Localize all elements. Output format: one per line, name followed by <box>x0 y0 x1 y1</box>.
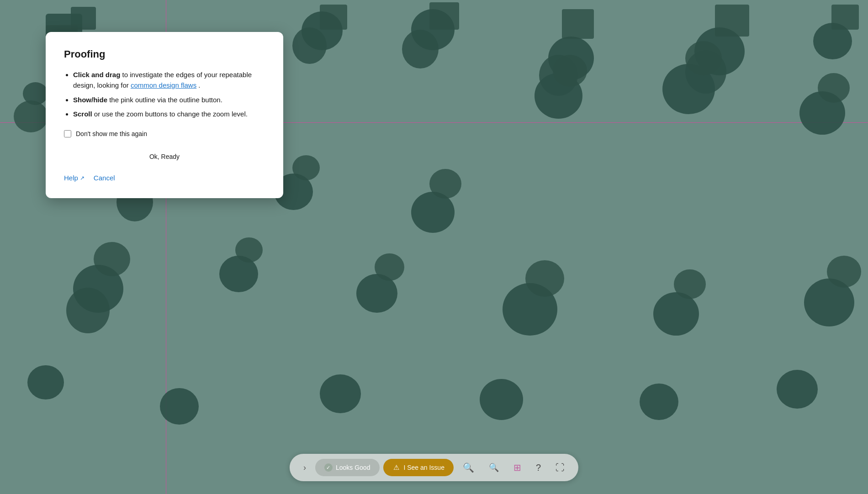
zoom-out-button[interactable]: 🔍 <box>483 459 504 476</box>
fullscreen-icon: ⛶ <box>556 462 565 473</box>
dont-show-checkbox[interactable] <box>64 130 71 137</box>
looks-good-button[interactable]: ✓ Looks Good <box>315 459 380 476</box>
instruction-bold-2: Show/hide <box>73 96 107 104</box>
grid-button[interactable]: ⊞ <box>508 458 527 477</box>
instruction-bold-3: Scroll <box>73 110 92 118</box>
bottom-toolbar: › ✓ Looks Good ⚠ I See an Issue 🔍 🔍 ⊞ ? … <box>290 454 578 481</box>
instructions-list: Click and drag to investigate the edges … <box>64 69 265 119</box>
instruction-text-2: the pink outline via the outline button. <box>109 96 222 104</box>
modal-footer-links: Help ↗ Cancel <box>64 174 265 182</box>
instruction-item-1: Click and drag to investigate the edges … <box>73 69 265 91</box>
looks-good-label: Looks Good <box>336 464 370 471</box>
dont-show-row: Don't show me this again <box>64 130 265 137</box>
common-flaws-link[interactable]: common design flaws <box>131 81 196 89</box>
help-icon: ? <box>536 462 541 473</box>
instruction-bold-1: Click and drag <box>73 71 120 79</box>
see-issue-button[interactable]: ⚠ I See an Issue <box>383 459 454 476</box>
fullscreen-button[interactable]: ⛶ <box>550 459 570 477</box>
help-button[interactable]: ? <box>530 459 546 477</box>
instruction-item-2: Show/hide the pink outline via the outli… <box>73 95 265 105</box>
dont-show-label[interactable]: Don't show me this again <box>76 130 147 137</box>
zoom-in-icon: 🔍 <box>463 462 474 473</box>
zoom-out-icon: 🔍 <box>489 462 499 473</box>
instruction-suffix-1: . <box>198 81 200 89</box>
instruction-item-3: Scroll or use the zoom buttons to change… <box>73 109 265 119</box>
grid-icon: ⊞ <box>513 462 521 473</box>
help-label: Help <box>64 174 78 182</box>
external-link-icon: ↗ <box>80 175 85 181</box>
warning-icon: ⚠ <box>392 463 400 472</box>
proofing-modal: Proofing Click and drag to investigate t… <box>46 32 283 198</box>
check-icon: ✓ <box>324 463 333 472</box>
zoom-in-button[interactable]: 🔍 <box>457 458 480 477</box>
help-link[interactable]: Help ↗ <box>64 174 85 182</box>
issue-label: I See an Issue <box>403 464 445 471</box>
ok-ready-button[interactable]: Ok, Ready <box>64 148 265 165</box>
cancel-link[interactable]: Cancel <box>94 174 115 182</box>
arrow-icon: › <box>303 463 306 473</box>
modal-title: Proofing <box>64 48 265 60</box>
arrow-button[interactable]: › <box>298 459 312 476</box>
instruction-text-3: or use the zoom buttons to change the zo… <box>94 110 248 118</box>
